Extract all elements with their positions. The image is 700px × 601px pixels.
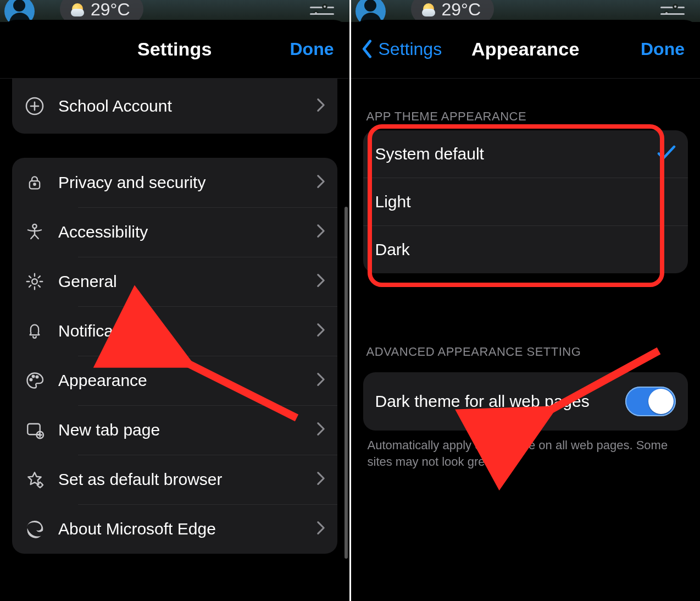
chevron-right-icon xyxy=(316,98,325,114)
appearance-header: Settings Appearance Done xyxy=(351,20,701,79)
star-gear-icon xyxy=(24,469,45,490)
svg-point-6 xyxy=(32,376,35,378)
section-header-advanced: ADVANCED APPEARANCE SETTING xyxy=(366,345,685,359)
settings-item-label: Privacy and security xyxy=(58,173,303,192)
settings-item-new-tab-page[interactable]: New tab page xyxy=(12,405,337,455)
sliders-icon xyxy=(660,4,685,18)
settings-item-label: Notifications xyxy=(58,322,303,340)
settings-item-privacy[interactable]: Privacy and security xyxy=(12,158,337,207)
weather-icon xyxy=(421,2,436,18)
appearance-scroll[interactable]: APP THEME APPEARANCE System default Ligh… xyxy=(351,98,701,601)
settings-item-school-account[interactable]: School Account xyxy=(12,79,337,134)
palette-icon xyxy=(24,370,45,391)
appearance-pane: 29°C Settings Appearance Done APP THEME … xyxy=(351,0,701,601)
bell-icon xyxy=(24,321,45,341)
weather-temperature: 29°C xyxy=(91,0,130,20)
settings-header: Settings Done xyxy=(0,20,349,79)
theme-option-system-default[interactable]: System default xyxy=(363,130,688,178)
back-label: Settings xyxy=(379,39,442,59)
dark-theme-all-toggle-row[interactable]: Dark theme for all web pages xyxy=(363,372,688,431)
svg-point-7 xyxy=(36,376,38,378)
toggle-switch[interactable] xyxy=(625,387,676,416)
chevron-right-icon xyxy=(316,273,325,290)
chevron-right-icon xyxy=(316,521,325,537)
gear-icon xyxy=(24,271,45,292)
chevron-right-icon xyxy=(316,471,325,488)
settings-card: Privacy and security Accessibility Gener… xyxy=(12,158,337,554)
plus-circle-icon xyxy=(24,96,45,117)
settings-item-label: New tab page xyxy=(58,421,303,439)
chevron-right-icon xyxy=(316,323,325,339)
lock-icon xyxy=(24,172,45,193)
settings-item-notifications[interactable]: Notifications xyxy=(12,306,337,356)
settings-item-label: About Microsoft Edge xyxy=(58,520,303,538)
settings-sheet: Settings Done School Account xyxy=(0,20,349,601)
chevron-right-icon xyxy=(316,224,325,240)
svg-point-5 xyxy=(30,379,32,381)
theme-option-light[interactable]: Light xyxy=(363,178,688,225)
back-button[interactable]: Settings xyxy=(361,39,442,59)
chevron-right-icon xyxy=(316,174,325,191)
svg-point-3 xyxy=(32,224,36,228)
settings-item-label: Appearance xyxy=(58,371,303,390)
svg-point-2 xyxy=(34,183,35,185)
theme-option-dark[interactable]: Dark xyxy=(363,225,688,273)
dark-all-card: Dark theme for all web pages xyxy=(363,372,688,431)
newtab-icon xyxy=(24,420,45,440)
browser-top-strip: 29°C xyxy=(351,0,701,22)
settings-item-general[interactable]: General xyxy=(12,257,337,306)
section-header-theme: APP THEME APPEARANCE xyxy=(366,109,685,124)
settings-item-default-browser[interactable]: Set as default browser xyxy=(12,455,337,504)
chevron-right-icon xyxy=(316,422,325,438)
svg-rect-8 xyxy=(27,424,40,435)
settings-item-label: Set as default browser xyxy=(58,470,303,489)
option-label: Dark xyxy=(375,240,410,259)
edge-icon xyxy=(24,519,45,539)
scrollbar-indicator xyxy=(345,207,348,559)
settings-scroll[interactable]: School Account Privacy and security Acce… xyxy=(0,79,349,601)
done-button[interactable]: Done xyxy=(290,39,334,59)
sliders-icon xyxy=(310,4,334,18)
option-label: Light xyxy=(375,192,411,211)
done-button[interactable]: Done xyxy=(641,39,685,59)
chevron-right-icon xyxy=(316,372,325,389)
page-title: Appearance xyxy=(471,38,580,60)
checkmark-icon xyxy=(657,145,676,163)
appearance-sheet: Settings Appearance Done APP THEME APPEA… xyxy=(351,20,701,601)
page-title: Settings xyxy=(137,38,212,60)
accounts-card-partial: School Account xyxy=(12,79,337,134)
option-label: System default xyxy=(375,145,484,163)
settings-item-label: Accessibility xyxy=(58,223,303,241)
theme-options-card: System default Light Dark xyxy=(363,130,688,273)
weather-temperature: 29°C xyxy=(442,0,481,20)
settings-item-label: School Account xyxy=(58,97,303,115)
settings-pane: 29°C Settings Done School Account xyxy=(0,0,349,601)
svg-point-4 xyxy=(32,279,37,284)
settings-item-appearance[interactable]: Appearance xyxy=(12,356,337,405)
browser-top-strip: 29°C xyxy=(0,0,349,22)
footnote-text: Automatically apply dark theme on all we… xyxy=(368,437,684,470)
person-icon xyxy=(24,222,45,242)
settings-item-accessibility[interactable]: Accessibility xyxy=(12,207,337,257)
toggle-label: Dark theme for all web pages xyxy=(375,391,613,412)
weather-icon xyxy=(70,2,85,18)
settings-item-label: General xyxy=(58,272,303,291)
settings-item-about-edge[interactable]: About Microsoft Edge xyxy=(12,504,337,554)
